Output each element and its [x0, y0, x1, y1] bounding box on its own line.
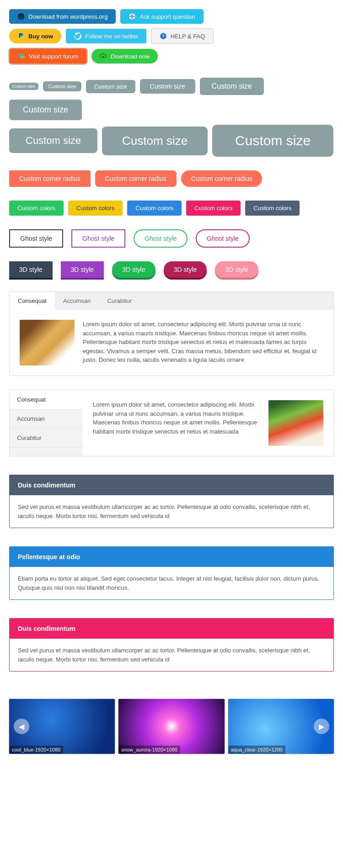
size-button-8[interactable]: Custom size	[102, 127, 208, 155]
panel-blue: Pellentesque at odio Etiam porta eu tort…	[9, 546, 334, 600]
label: Download from wordpress.org	[28, 13, 107, 20]
size-button-7[interactable]: Custom size	[9, 128, 97, 153]
ghost-button-pink[interactable]: Ghost style	[196, 229, 250, 248]
svg-rect-6	[20, 56, 24, 59]
tab-curabitur[interactable]: Curabitur	[10, 429, 83, 448]
paypal-icon	[17, 32, 25, 40]
size-button-9[interactable]: Custom size	[212, 125, 333, 157]
size-button-6[interactable]: Custom size	[9, 100, 82, 120]
help-faq-button[interactable]: ? HELP & FAQ	[151, 28, 214, 44]
radius-button-2[interactable]: Custom corner radius	[95, 170, 177, 187]
3d-button-wine[interactable]: 3D style	[164, 261, 207, 278]
wordpress-icon	[17, 13, 25, 20]
panel-title: Duis condimentum	[10, 475, 333, 495]
follow-twitter-button[interactable]: Follow me on twitter	[66, 29, 146, 43]
tabs-nav: Consequat Accumsan Curabitur	[10, 390, 83, 456]
download-now-button[interactable]: Download now	[91, 49, 158, 64]
content-text: Lorem ipsum dolor sit amet, consectetur …	[93, 400, 260, 446]
color-button-slate[interactable]: Custom colors	[245, 201, 300, 216]
chevron-right-icon: ▶	[319, 722, 324, 731]
label: Follow me on twitter	[85, 33, 138, 40]
label: Ask support question	[139, 13, 195, 20]
svg-point-2	[131, 15, 134, 18]
lifebuoy-icon	[129, 13, 136, 20]
panel-slate: Duis condimentum Sed vel purus et massa …	[9, 475, 334, 528]
help-icon: ?	[160, 32, 167, 40]
tab-accumsan[interactable]: Accumsan	[55, 292, 99, 310]
panel-title: Pellentesque at odio	[10, 547, 333, 567]
size-button-1[interactable]: Custom size	[9, 83, 38, 90]
label: Download now	[111, 53, 150, 60]
panel-pink: Duis condimentum Sed vel purus et massa …	[9, 618, 334, 672]
carousel-next-button[interactable]: ▶	[314, 719, 329, 734]
tabs-vertical: Consequat Accumsan Curabitur Lorem ipsum…	[9, 390, 334, 456]
color-button-yellow[interactable]: Custom colors	[68, 201, 123, 216]
slide-caption: aqua_clear-1920×1200	[228, 746, 285, 754]
svg-text:?: ?	[162, 34, 165, 38]
tab-consequat[interactable]: Consequat	[10, 292, 55, 310]
chevron-left-icon: ◀	[19, 722, 24, 731]
3d-button-pink[interactable]: 3D style	[215, 261, 258, 278]
tab-content: Lorem ipsum dolor sit amet, consectetur …	[10, 310, 333, 376]
3d-button-green[interactable]: 3D style	[112, 261, 155, 278]
tab-curabitur[interactable]: Curabitur	[99, 292, 140, 310]
ghost-button-dark[interactable]: Ghost style	[9, 229, 63, 248]
panel-title: Duis condimentum	[10, 619, 333, 639]
carousel-slide[interactable]: snow_aurora-1920×1080	[118, 699, 224, 754]
color-button-green[interactable]: Custom colors	[9, 201, 64, 216]
color-button-pink[interactable]: Custom colors	[186, 201, 241, 216]
size-button-4[interactable]: Custom size	[140, 79, 195, 94]
content-image	[20, 320, 75, 365]
ask-support-button[interactable]: Ask support question	[120, 9, 203, 24]
label: Visit support forum	[29, 53, 78, 60]
3d-button-dark[interactable]: 3D style	[9, 261, 53, 278]
tab-content: Lorem ipsum dolor sit amet, consectetur …	[83, 390, 333, 456]
image-carousel: cool_blue-1920×1080 snow_aurora-1920×108…	[9, 699, 334, 754]
panel-body: Sed vel purus et massa vestibulum ullamc…	[10, 639, 333, 671]
label: HELP & FAQ	[171, 33, 205, 40]
twitter-icon	[74, 32, 81, 40]
panel-body: Etiam porta eu tortor at aliquet. Sed eg…	[10, 567, 333, 599]
carousel-prev-button[interactable]: ◀	[14, 719, 29, 734]
tab-accumsan[interactable]: Accumsan	[10, 409, 83, 429]
content-image	[268, 400, 323, 446]
tabs-horizontal: Consequat Accumsan Curabitur Lorem ipsum…	[9, 291, 334, 376]
slide-caption: snow_aurora-1920×1080	[118, 746, 180, 754]
forum-icon	[18, 53, 25, 60]
color-button-blue[interactable]: Custom colors	[127, 201, 182, 216]
3d-button-purple[interactable]: 3D style	[61, 261, 104, 278]
slide-caption: cool_blue-1920×1080	[9, 746, 63, 754]
size-button-2[interactable]: Custom size	[43, 81, 82, 91]
panel-body: Sed vel purus et massa vestibulum ullamc…	[10, 495, 333, 528]
tab-consequat[interactable]: Consequat	[10, 390, 83, 409]
ghost-button-green[interactable]: Ghost style	[134, 229, 188, 248]
support-forum-button[interactable]: Visit support forum	[9, 48, 87, 64]
cloud-download-icon	[100, 53, 107, 60]
tabs-nav: Consequat Accumsan Curabitur	[10, 292, 333, 310]
radius-button-1[interactable]: Custom corner radius	[9, 170, 91, 187]
content-text: Lorem ipsum dolor sit amet, consectetur …	[83, 320, 323, 365]
buy-now-button[interactable]: Buy now	[9, 29, 61, 43]
radius-button-3[interactable]: Custom corner radius	[181, 170, 263, 187]
size-button-3[interactable]: Custom size	[86, 80, 135, 93]
ghost-button-purple[interactable]: Ghost style	[71, 229, 125, 248]
size-button-5[interactable]: Custom size	[200, 78, 264, 95]
download-wordpress-button[interactable]: Download from wordpress.org	[9, 9, 116, 24]
label: Buy now	[28, 33, 53, 40]
